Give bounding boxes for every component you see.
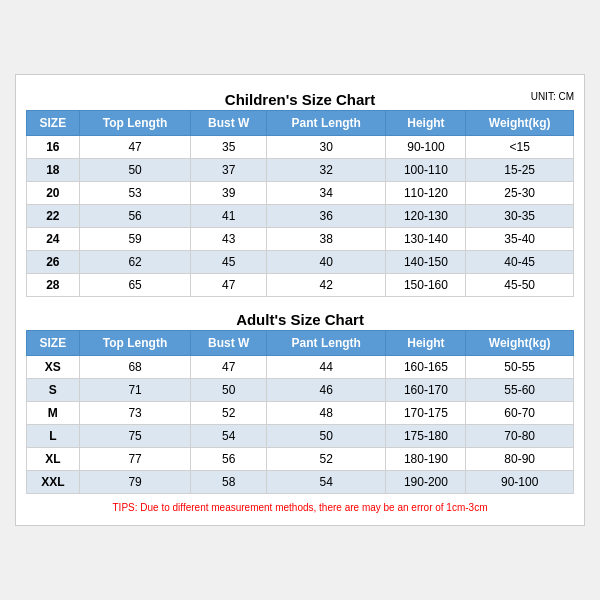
table-cell: 170-175 <box>386 402 466 425</box>
table-cell: XXL <box>27 471 80 494</box>
table-cell: 65 <box>79 274 191 297</box>
table-cell: <15 <box>466 136 574 159</box>
table-cell: L <box>27 425 80 448</box>
table-cell: XL <box>27 448 80 471</box>
table-row: 1647353090-100<15 <box>27 136 574 159</box>
table-row: L755450175-18070-80 <box>27 425 574 448</box>
unit-label: UNIT: CM <box>531 91 574 102</box>
table-cell: 58 <box>191 471 267 494</box>
table-cell: 50 <box>79 159 191 182</box>
table-cell: 59 <box>79 228 191 251</box>
table-cell: 46 <box>267 379 386 402</box>
children-col-pantlength: Pant Length <box>267 111 386 136</box>
table-cell: 43 <box>191 228 267 251</box>
table-cell: 25-30 <box>466 182 574 205</box>
table-cell: 40 <box>267 251 386 274</box>
table-cell: 16 <box>27 136 80 159</box>
children-col-toplength: Top Length <box>79 111 191 136</box>
table-row: 28654742150-16045-50 <box>27 274 574 297</box>
table-cell: 36 <box>267 205 386 228</box>
children-title: Children's Size Chart UNIT: CM <box>26 85 574 110</box>
chart-container: Children's Size Chart UNIT: CM SIZE Top … <box>15 74 585 526</box>
table-cell: 190-200 <box>386 471 466 494</box>
table-cell: 150-160 <box>386 274 466 297</box>
table-cell: 160-165 <box>386 356 466 379</box>
adults-col-toplength: Top Length <box>79 331 191 356</box>
table-cell: 60-70 <box>466 402 574 425</box>
tips-text: TIPS: Due to different measurement metho… <box>26 500 574 515</box>
table-cell: 180-190 <box>386 448 466 471</box>
table-row: M735248170-17560-70 <box>27 402 574 425</box>
table-cell: 22 <box>27 205 80 228</box>
table-cell: 42 <box>267 274 386 297</box>
table-cell: 40-45 <box>466 251 574 274</box>
table-cell: 44 <box>267 356 386 379</box>
table-cell: 48 <box>267 402 386 425</box>
table-cell: 70-80 <box>466 425 574 448</box>
table-cell: 120-130 <box>386 205 466 228</box>
children-col-bustw: Bust W <box>191 111 267 136</box>
table-cell: 50 <box>267 425 386 448</box>
table-row: XL775652180-19080-90 <box>27 448 574 471</box>
table-cell: 110-120 <box>386 182 466 205</box>
children-col-height: Height <box>386 111 466 136</box>
table-cell: 47 <box>191 356 267 379</box>
table-cell: 18 <box>27 159 80 182</box>
adults-header-row: SIZE Top Length Bust W Pant Length Heigh… <box>27 331 574 356</box>
table-cell: 140-150 <box>386 251 466 274</box>
table-cell: 52 <box>191 402 267 425</box>
table-cell: 56 <box>79 205 191 228</box>
table-cell: 30 <box>267 136 386 159</box>
table-cell: 68 <box>79 356 191 379</box>
table-cell: S <box>27 379 80 402</box>
children-title-text: Children's Size Chart <box>225 91 375 108</box>
table-cell: M <box>27 402 80 425</box>
children-col-size: SIZE <box>27 111 80 136</box>
table-cell: 50 <box>191 379 267 402</box>
table-cell: 62 <box>79 251 191 274</box>
children-header-row: SIZE Top Length Bust W Pant Length Heigh… <box>27 111 574 136</box>
table-cell: 32 <box>267 159 386 182</box>
table-cell: 54 <box>191 425 267 448</box>
table-row: XS684744160-16550-55 <box>27 356 574 379</box>
table-cell: 39 <box>191 182 267 205</box>
table-row: 18503732100-11015-25 <box>27 159 574 182</box>
table-row: 20533934110-12025-30 <box>27 182 574 205</box>
table-cell: 45 <box>191 251 267 274</box>
table-cell: 50-55 <box>466 356 574 379</box>
table-cell: 75 <box>79 425 191 448</box>
adults-title-text: Adult's Size Chart <box>236 311 364 328</box>
table-cell: 37 <box>191 159 267 182</box>
table-cell: 71 <box>79 379 191 402</box>
table-cell: 30-35 <box>466 205 574 228</box>
table-cell: 175-180 <box>386 425 466 448</box>
adults-title: Adult's Size Chart <box>26 305 574 330</box>
adults-col-pantlength: Pant Length <box>267 331 386 356</box>
adults-col-size: SIZE <box>27 331 80 356</box>
table-row: 26624540140-15040-45 <box>27 251 574 274</box>
adults-col-bustw: Bust W <box>191 331 267 356</box>
table-cell: 28 <box>27 274 80 297</box>
table-cell: 80-90 <box>466 448 574 471</box>
table-cell: 100-110 <box>386 159 466 182</box>
table-cell: 20 <box>27 182 80 205</box>
adults-col-height: Height <box>386 331 466 356</box>
children-col-weight: Weight(kg) <box>466 111 574 136</box>
table-cell: 56 <box>191 448 267 471</box>
table-cell: 54 <box>267 471 386 494</box>
table-cell: 47 <box>191 274 267 297</box>
table-cell: 160-170 <box>386 379 466 402</box>
table-cell: 79 <box>79 471 191 494</box>
table-cell: 24 <box>27 228 80 251</box>
table-cell: 38 <box>267 228 386 251</box>
table-cell: 55-60 <box>466 379 574 402</box>
table-cell: 35-40 <box>466 228 574 251</box>
table-cell: 77 <box>79 448 191 471</box>
table-row: S715046160-17055-60 <box>27 379 574 402</box>
table-cell: 47 <box>79 136 191 159</box>
table-cell: 53 <box>79 182 191 205</box>
table-cell: 90-100 <box>386 136 466 159</box>
table-cell: 45-50 <box>466 274 574 297</box>
table-cell: 15-25 <box>466 159 574 182</box>
table-cell: 90-100 <box>466 471 574 494</box>
